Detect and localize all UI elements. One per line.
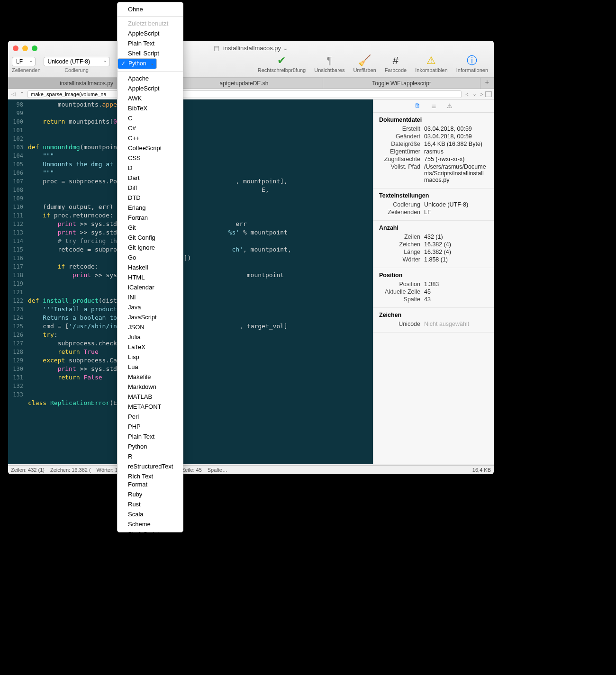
syntax-option[interactable]: Python [118,441,183,451]
syntax-option[interactable]: Plain Text [118,432,183,441]
syntax-option[interactable]: CSS [118,153,183,163]
syntax-option[interactable]: Julia [118,332,183,342]
syntax-option[interactable]: YAML [118,609,183,619]
syntax-option[interactable]: Lisp [118,352,183,362]
code-editor[interactable]: 9899100101102103104105106107108109110111… [8,99,373,464]
syntax-option[interactable]: Markdown [118,382,183,392]
syntax-option[interactable]: iCalendar [118,282,183,292]
syntax-option[interactable]: Shell Script [118,529,183,539]
syntax-option[interactable]: Diff [118,183,183,193]
crumb-right-icon[interactable]: > [479,91,485,97]
syntax-option[interactable]: Scala [118,509,183,519]
syntax-option[interactable]: AWK [118,93,183,103]
syntax-option: Zuletzt benutzt [118,18,183,28]
syntax-option[interactable]: Makefile [118,372,183,382]
syntax-option[interactable]: Tcl [118,569,183,579]
syntax-option[interactable]: Go [118,252,183,262]
syntax-option[interactable]: INI [118,292,183,302]
colorcode-icon: # [393,55,399,66]
info-text-header: Texteinstellungen [379,192,488,199]
syntax-option[interactable]: Verilog [118,589,183,599]
incompatible-button[interactable]: ⚠Inkompatiblen [413,54,450,74]
syntax-option[interactable]: C# [118,123,183,133]
syntax-option[interactable]: Plain Text [118,38,183,48]
info-tab-warning-icon[interactable]: ⚠ [447,102,453,109]
recolor-button[interactable]: 🧹Umfärben [351,54,378,74]
crumb-left-icon[interactable]: < [463,91,470,97]
syntax-option[interactable]: Dart [118,173,183,183]
tab[interactable]: Toggle WiFi.applescript [323,78,480,89]
tab[interactable]: aptgetupdateDE.sh [165,78,323,89]
encoding-label: Codierung [44,67,110,73]
title-dropdown-icon[interactable]: ⌄ [283,45,288,52]
syntax-dropdown[interactable]: OhneZuletzt benutztAppleScriptPlain Text… [117,2,183,532]
editor-wrap: 9899100101102103104105106107108109110111… [8,99,494,464]
crumb-down-icon[interactable]: ⌄ [471,91,479,97]
syntax-option[interactable]: JavaScript [118,312,183,322]
syntax-option[interactable]: Textile [118,579,183,589]
symbol-select[interactable]: make_sparse_image(volume_na [27,90,462,98]
syntax-option[interactable]: Python [118,58,157,69]
syntax-option[interactable]: Git Config [118,233,183,243]
toolbar-label: Farbcode [385,67,407,73]
info-tab-list-icon[interactable]: ≣ [431,102,436,109]
syntax-option[interactable]: SVG [118,549,183,559]
syntax-option[interactable]: XML [118,599,183,609]
syntax-option[interactable]: Lua [118,362,183,372]
syntax-option[interactable]: DTD [118,193,183,203]
syntax-option[interactable]: R [118,451,183,461]
syntax-option[interactable]: Git [118,223,183,233]
syntax-option[interactable]: D [118,163,183,173]
window-title-text: installinstallmacos.py [223,45,281,52]
syntax-option[interactable]: HTML [118,272,183,282]
syntax-option[interactable]: Java [118,302,183,312]
add-tab-button[interactable]: + [480,78,494,89]
syntax-option[interactable]: SQL [118,539,183,549]
nav-up-icon[interactable]: ⌃ [18,91,26,97]
syntax-option[interactable]: C [118,113,183,123]
syntax-option[interactable]: METAFONT [118,402,183,412]
syntax-option[interactable]: AppleScript [118,83,183,93]
syntax-option[interactable]: Ruby [118,489,183,499]
document-icon: ▤ [214,45,219,52]
invisibles-button[interactable]: ¶Unsichtbares [312,54,346,74]
syntax-option[interactable]: Rust [118,499,183,509]
nav-left-icon[interactable]: ◁ [10,91,17,97]
syntax-option[interactable]: Haskell [118,262,183,272]
syntax-option[interactable]: Ohne [118,4,183,14]
info-button[interactable]: ⓘInformationen [454,54,490,74]
status-lines: Zeilen: 432 (1) [11,467,45,473]
syntax-option[interactable]: AppleScript [118,28,183,38]
syntax-option[interactable]: LaTeX [118,342,183,352]
spellcheck-button[interactable]: ✔Rechtschreibprüfung [256,54,308,74]
tabbar: installinstallmacos.pyaptgetupdateDE.shT… [8,78,494,89]
line-endings-select[interactable]: LF [12,57,36,66]
toolbar-label: Umfärben [353,67,376,73]
invisibles-icon: ¶ [326,55,332,66]
syntax-option[interactable]: CoffeeScript [118,143,183,153]
syntax-option[interactable]: JSON [118,322,183,332]
syntax-option[interactable]: PHP [118,422,183,432]
info-tab-document-icon[interactable]: 🗎 [415,102,421,109]
syntax-option[interactable]: BibTeX [118,103,183,113]
syntax-option[interactable]: Rich Text Format [118,471,183,489]
syntax-option[interactable]: Perl [118,412,183,422]
syntax-option[interactable]: Swift [118,559,183,569]
info-char-header: Zeichen [379,312,488,318]
statusbar: Zeilen: 432 (1) Zeichen: 16.382 ( Wörter… [8,465,494,474]
syntax-option[interactable]: Shell Script [118,48,183,58]
syntax-option[interactable]: Git Ignore [118,243,183,252]
split-icon[interactable] [485,91,492,97]
line-endings-label: Zeilenenden [12,67,41,73]
encoding-select[interactable]: Unicode (UTF-8) [44,57,110,66]
syntax-option[interactable]: C++ [118,133,183,143]
breadcrumb-bar: ◁ ⌃ make_sparse_image(volume_na < ⌄ > [8,89,494,99]
syntax-option[interactable]: Fortran [118,213,183,223]
syntax-option[interactable]: Apache [118,73,183,83]
syntax-option[interactable]: reStructuredText [118,461,183,471]
syntax-option[interactable]: Erlang [118,203,183,213]
info-pos-header: Position [379,272,488,279]
syntax-option[interactable]: MATLAB [118,392,183,402]
syntax-option[interactable]: Scheme [118,519,183,529]
colorcode-button[interactable]: #Farbcode [383,54,408,74]
